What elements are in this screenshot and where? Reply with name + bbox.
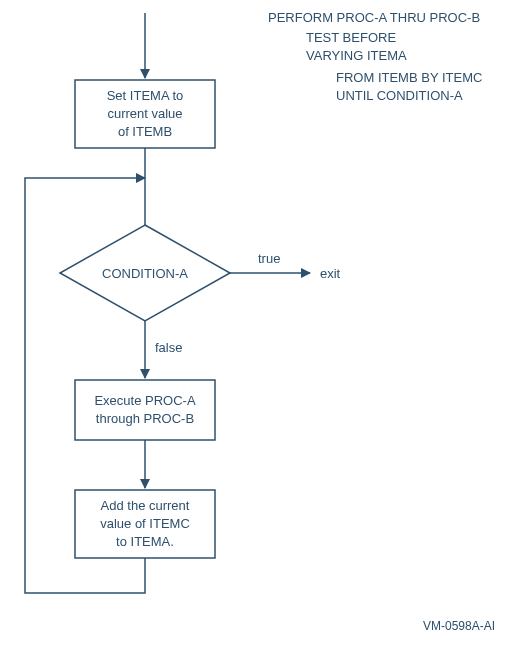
code-line-3: VARYING ITEMA — [306, 48, 407, 63]
set-itema-l2: current value — [107, 106, 182, 121]
process-execute — [75, 380, 215, 440]
figure-id: VM-0598A-AI — [423, 619, 495, 633]
code-line-4: FROM ITEMB BY ITEMC — [336, 70, 482, 85]
exit-label: exit — [320, 266, 341, 281]
exec-l2: through PROC-B — [96, 411, 194, 426]
add-l1: Add the current — [101, 498, 190, 513]
add-l3: to ITEMA. — [116, 534, 174, 549]
true-branch-label: true — [258, 251, 280, 266]
code-line-2: TEST BEFORE — [306, 30, 396, 45]
code-line-5: UNTIL CONDITION-A — [336, 88, 463, 103]
set-itema-l1: Set ITEMA to — [107, 88, 184, 103]
process-execute-text: Execute PROC-A through PROC-B — [94, 393, 195, 426]
exec-l1: Execute PROC-A — [94, 393, 195, 408]
code-line-1: PERFORM PROC-A THRU PROC-B — [268, 10, 480, 25]
false-branch-label: false — [155, 340, 182, 355]
code-block: PERFORM PROC-A THRU PROC-B TEST BEFORE V… — [268, 10, 482, 103]
add-l2: value of ITEMC — [100, 516, 190, 531]
process-add-itemc-text: Add the current value of ITEMC to ITEMA. — [100, 498, 190, 549]
decision-label: CONDITION-A — [102, 266, 188, 281]
flowchart-diagram: PERFORM PROC-A THRU PROC-B TEST BEFORE V… — [0, 0, 510, 645]
set-itema-l3: of ITEMB — [118, 124, 172, 139]
process-set-itema-text: Set ITEMA to current value of ITEMB — [107, 88, 184, 139]
